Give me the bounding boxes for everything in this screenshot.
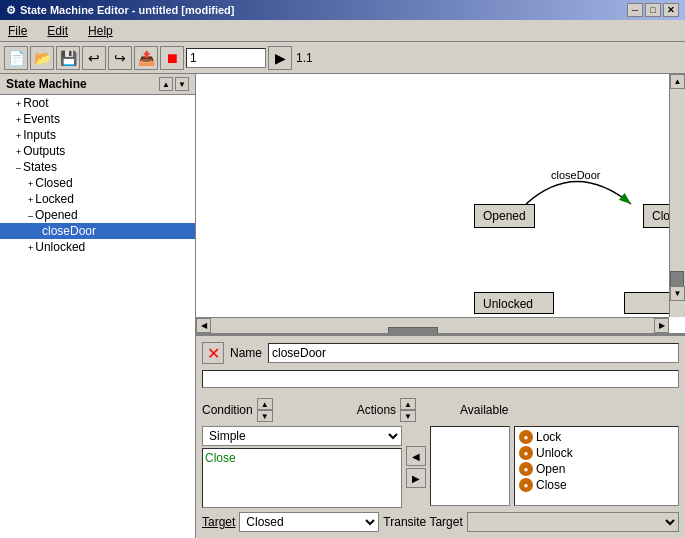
actions-up-button[interactable]: ▲ bbox=[400, 398, 416, 410]
state-display-row bbox=[202, 370, 679, 394]
new-button[interactable]: 📄 bbox=[4, 46, 28, 70]
tree-item-states[interactable]: –States bbox=[0, 159, 195, 175]
condition-down-button[interactable]: ▼ bbox=[257, 410, 273, 422]
title-text: State Machine Editor - untitled [modifie… bbox=[20, 4, 235, 16]
expand-events[interactable]: + bbox=[16, 115, 21, 125]
name-label: Name bbox=[230, 346, 262, 360]
state-unlocked[interactable]: Unlocked bbox=[474, 292, 554, 314]
target-select[interactable]: Closed Opened Locked Unlocked bbox=[239, 512, 379, 532]
state-unlocked-label: Unlocked bbox=[483, 297, 533, 311]
menu-file[interactable]: File bbox=[4, 23, 31, 39]
avail-icon-lock: ● bbox=[519, 430, 533, 444]
available-item-close[interactable]: ●Close bbox=[517, 477, 676, 493]
zoom-label: 1.1 bbox=[294, 51, 315, 65]
transite-select[interactable] bbox=[467, 512, 679, 532]
open-button[interactable]: 📂 bbox=[30, 46, 54, 70]
delete-button[interactable]: ✕ bbox=[202, 342, 224, 364]
name-input[interactable] bbox=[268, 343, 679, 363]
menu-bar: File Edit Help bbox=[0, 20, 685, 42]
transite-label: Transite Target bbox=[383, 515, 462, 529]
toolbar: 📄 📂 💾 ↩ ↪ 📤 ⏹ ▶ 1.1 bbox=[0, 42, 685, 74]
actions-arrows: ▲ ▼ bbox=[400, 398, 416, 422]
forward-button[interactable]: ▶ bbox=[268, 46, 292, 70]
save-button[interactable]: 💾 bbox=[56, 46, 80, 70]
available-col: ●Lock●Unlock●Open●Close bbox=[514, 426, 679, 508]
scroll-right-button[interactable]: ▶ bbox=[654, 318, 669, 333]
expand-root[interactable]: + bbox=[16, 99, 21, 109]
expand-locked[interactable]: + bbox=[28, 195, 33, 205]
move-left-button[interactable]: ◀ bbox=[406, 446, 426, 466]
canvas-svg: closeDoor bbox=[196, 74, 685, 333]
canvas-scroll-bottom: ◀ ▶ bbox=[196, 317, 669, 333]
tree-item-locked[interactable]: +Locked bbox=[0, 191, 195, 207]
avail-label-open: Open bbox=[536, 462, 565, 476]
scroll-up-button[interactable]: ▲ bbox=[670, 74, 685, 89]
redo-button[interactable]: ↪ bbox=[108, 46, 132, 70]
avail-icon-unlock: ● bbox=[519, 446, 533, 460]
title-bar-left: ⚙ State Machine Editor - untitled [modif… bbox=[6, 4, 235, 17]
cond-actions-row: Condition ▲ ▼ Actions ▲ ▼ Available bbox=[202, 398, 679, 422]
avail-icon-open: ● bbox=[519, 462, 533, 476]
tree-item-inputs[interactable]: +Inputs bbox=[0, 127, 195, 143]
export-button[interactable]: 📤 bbox=[134, 46, 158, 70]
tree-header: State Machine ▲ ▼ bbox=[0, 74, 195, 95]
expand-outputs[interactable]: + bbox=[16, 147, 21, 157]
move-right-button[interactable]: ▶ bbox=[406, 468, 426, 488]
menu-edit[interactable]: Edit bbox=[43, 23, 72, 39]
expand-opened[interactable]: – bbox=[28, 211, 33, 221]
tree-scroll-down[interactable]: ▼ bbox=[175, 77, 189, 91]
available-list: ●Lock●Unlock●Open●Close bbox=[514, 426, 679, 506]
avail-label-close: Close bbox=[536, 478, 567, 492]
condition-type-select[interactable]: Simple Complex bbox=[202, 426, 402, 446]
main-layout: State Machine ▲ ▼ +Root +Events +Inputs … bbox=[0, 74, 685, 538]
condition-label: Condition bbox=[202, 403, 253, 417]
target-label: Target bbox=[202, 515, 235, 529]
state-opened[interactable]: Opened bbox=[474, 204, 535, 228]
tree-item-opened[interactable]: –Opened bbox=[0, 207, 195, 223]
stop-button[interactable]: ⏹ bbox=[160, 46, 184, 70]
actions-down-button[interactable]: ▼ bbox=[400, 410, 416, 422]
tree-item-closedoor[interactable]: closeDoor bbox=[0, 223, 195, 239]
condition-up-button[interactable]: ▲ bbox=[257, 398, 273, 410]
available-item-lock[interactable]: ●Lock bbox=[517, 429, 676, 445]
tree-item-unlocked[interactable]: +Unlocked bbox=[0, 239, 195, 255]
counter-input[interactable] bbox=[186, 48, 266, 68]
expand-closed[interactable]: + bbox=[28, 179, 33, 189]
condition-col: Simple Complex Close bbox=[202, 426, 402, 508]
avail-label-unlock: Unlock bbox=[536, 446, 573, 460]
undo-button[interactable]: ↩ bbox=[82, 46, 106, 70]
tree-item-closed[interactable]: +Closed bbox=[0, 175, 195, 191]
avail-label-lock: Lock bbox=[536, 430, 561, 444]
title-bar-buttons: ─ □ ✕ bbox=[627, 3, 679, 17]
svg-text:closeDoor: closeDoor bbox=[551, 169, 601, 181]
expand-inputs[interactable]: + bbox=[16, 131, 21, 141]
expand-unlocked[interactable]: + bbox=[28, 243, 33, 253]
name-row: ✕ Name bbox=[202, 342, 679, 364]
tree-item-events[interactable]: +Events bbox=[0, 111, 195, 127]
bottom-panel: ✕ Name Condition ▲ ▼ Actions ▲ ▼ bbox=[196, 335, 685, 538]
minimize-button[interactable]: ─ bbox=[627, 3, 643, 17]
maximize-button[interactable]: □ bbox=[645, 3, 661, 17]
state-opened-label: Opened bbox=[483, 209, 526, 223]
available-item-open[interactable]: ●Open bbox=[517, 461, 676, 477]
three-col: Simple Complex Close ◀ ▶ ●Lock●Unlock● bbox=[202, 426, 679, 508]
scroll-left-button[interactable]: ◀ bbox=[196, 318, 211, 333]
close-button[interactable]: ✕ bbox=[663, 3, 679, 17]
expand-states[interactable]: – bbox=[16, 163, 21, 173]
condition-arrows: ▲ ▼ bbox=[257, 398, 273, 422]
tree-item-outputs[interactable]: +Outputs bbox=[0, 143, 195, 159]
scroll-down-button[interactable]: ▼ bbox=[670, 286, 685, 301]
tree-scroll-up[interactable]: ▲ bbox=[159, 77, 173, 91]
tree-scroll: +Root +Events +Inputs +Outputs –States +… bbox=[0, 95, 195, 538]
tree-item-root[interactable]: +Root bbox=[0, 95, 195, 111]
canvas-area: closeDoor Opened Closed Unlocked ▲ bbox=[196, 74, 685, 335]
available-item-unlock[interactable]: ●Unlock bbox=[517, 445, 676, 461]
avail-icon-close: ● bbox=[519, 478, 533, 492]
actions-list[interactable] bbox=[430, 426, 510, 506]
condition-text-area[interactable]: Close bbox=[202, 448, 402, 508]
condition-text: Close bbox=[205, 451, 236, 465]
state-input[interactable] bbox=[202, 370, 679, 388]
left-panel: State Machine ▲ ▼ +Root +Events +Inputs … bbox=[0, 74, 196, 538]
target-row: Target Closed Opened Locked Unlocked Tra… bbox=[202, 512, 679, 532]
menu-help[interactable]: Help bbox=[84, 23, 117, 39]
